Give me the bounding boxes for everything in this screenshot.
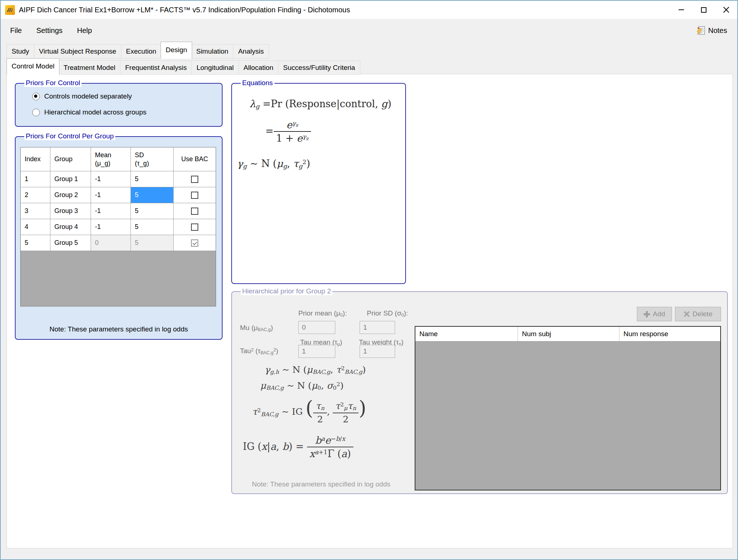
- tab-longitudinal[interactable]: Longitudinal: [192, 60, 239, 75]
- priors-per-group-groupbox: Priors For Control Per Group Index Group…: [15, 136, 223, 340]
- add-button-label: Add: [653, 310, 665, 318]
- delete-button-label: Delete: [693, 310, 713, 318]
- use-bac-checkbox[interactable]: [191, 176, 198, 183]
- plus-icon: [644, 311, 650, 317]
- title-bar: AIPF Dich Cancer Trial Ex1+Borrow +LM* -…: [1, 1, 737, 19]
- maximize-icon: [701, 7, 706, 13]
- maximize-button[interactable]: [692, 1, 715, 19]
- tab-analysis[interactable]: Analysis: [233, 44, 269, 59]
- tab-execution[interactable]: Execution: [121, 44, 161, 59]
- radio-hierarchical-model-across-groups[interactable]: [32, 109, 40, 116]
- menu-settings[interactable]: Settings: [31, 24, 67, 38]
- radio-label-controls-modeled-separately: Controls modeled separately: [44, 92, 132, 100]
- tau-weight-input[interactable]: 1: [360, 345, 395, 358]
- column-name[interactable]: Name: [415, 327, 518, 341]
- window-title: AIPF Dich Cancer Trial Ex1+Borrow +LM* -…: [19, 6, 350, 14]
- table-row: 4 Group 4 -1 5: [21, 219, 216, 235]
- minimize-button[interactable]: [670, 1, 692, 19]
- priors-per-group-label: Priors For Control Per Group: [24, 132, 115, 140]
- equation-gamma-normal: γg ∼ N (μg, τg2): [237, 158, 310, 170]
- close-button[interactable]: [715, 1, 737, 19]
- app-logo-icon: [5, 5, 15, 15]
- table-row: 1 Group 1 -1 5: [21, 171, 216, 187]
- tab-control-model[interactable]: Control Model: [7, 58, 59, 75]
- tab-design[interactable]: Design: [161, 42, 192, 59]
- hierarchical-prior-groupbox: Hierarchical prior for Group 2 Prior mea…: [231, 291, 728, 494]
- tab-simulation[interactable]: Simulation: [191, 44, 233, 59]
- tau-row-label: Tau2 (τBAC,g2): [240, 347, 278, 355]
- priors-for-control-label: Priors For Control: [24, 79, 82, 87]
- prior-mean-label: Prior mean (μ0):: [298, 309, 347, 318]
- x-icon: [684, 311, 690, 317]
- delete-button[interactable]: Delete: [675, 307, 721, 321]
- priors-table-header: Index Group Mean(μ_g) SD(τ_g) Use BAC: [21, 147, 216, 171]
- prior-mean-input[interactable]: 0: [298, 321, 335, 334]
- log-odds-note: Note: These parameters specified in log …: [16, 325, 222, 333]
- notes-icon: [696, 25, 706, 35]
- prior-sd-label: Prior SD (σ0):: [367, 309, 408, 318]
- use-bac-checkbox[interactable]: [191, 223, 198, 231]
- notes-button[interactable]: Notes: [696, 25, 727, 35]
- historical-data-table: Name Num subj Num response: [415, 326, 721, 490]
- app-window: AIPF Dich Cancer Trial Ex1+Borrow +LM* -…: [0, 0, 738, 560]
- priors-for-control-groupbox: Priors For Control Controls modeled sepa…: [15, 83, 223, 127]
- radio-controls-modeled-separately[interactable]: [32, 93, 40, 100]
- hierarchical-prior-label: Hierarchical prior for Group 2: [241, 287, 332, 295]
- column-num-subj[interactable]: Num subj: [518, 327, 619, 341]
- minimize-icon: [679, 9, 684, 10]
- historical-data-table-header: Name Num subj Num response: [415, 327, 720, 342]
- menu-help[interactable]: Help: [72, 24, 97, 38]
- use-bac-checkbox[interactable]: [191, 239, 198, 247]
- notes-label: Notes: [708, 26, 727, 35]
- tab-virtual-subject-response[interactable]: Virtual Subject Response: [34, 44, 121, 59]
- equation-logistic-fraction: =eγg1 + eγg: [265, 119, 311, 144]
- design-sub-tab-strip: Control Model Treatment Model Frequentis…: [7, 60, 360, 75]
- radio-label-hierarchical-model-across-groups: Hierarchical model across groups: [44, 108, 146, 116]
- column-num-response[interactable]: Num response: [619, 327, 720, 341]
- use-bac-checkbox[interactable]: [191, 192, 198, 199]
- table-row: 3 Group 3 -1 5: [21, 203, 216, 219]
- mu-row-label: Mu (μBAC,g): [240, 324, 273, 332]
- table-row: 5 Group 5 0 5: [21, 235, 216, 251]
- tab-allocation[interactable]: Allocation: [239, 60, 278, 75]
- use-bac-checkbox[interactable]: [191, 208, 198, 215]
- table-row: 2 Group 2 -1 5: [21, 187, 216, 203]
- priors-table: Index Group Mean(μ_g) SD(τ_g) Use BAC 1 …: [20, 147, 216, 306]
- add-button[interactable]: Add: [637, 307, 672, 321]
- tau-mean-input[interactable]: 1: [298, 345, 335, 358]
- hierarchical-log-odds-note: Note: These parameters specified in log …: [252, 480, 390, 488]
- equations-groupbox: Equations λg =Pr (Response|control, g) =…: [231, 83, 406, 284]
- tab-frequentist-analysis[interactable]: Frequentist Analysis: [120, 60, 192, 75]
- main-tab-strip: Study Virtual Subject Response Execution…: [7, 43, 269, 59]
- menu-file[interactable]: File: [5, 24, 27, 38]
- equations-label: Equations: [241, 79, 274, 87]
- close-icon: [723, 7, 730, 13]
- selected-cell[interactable]: 5: [131, 187, 174, 203]
- equation-lambda: λg =Pr (Response|control, g): [249, 98, 391, 110]
- menu-bar: File Settings Help Notes: [1, 19, 737, 42]
- tab-treatment-model[interactable]: Treatment Model: [59, 60, 120, 75]
- tab-study[interactable]: Study: [7, 44, 34, 59]
- prior-sd-input[interactable]: 1: [360, 321, 395, 334]
- tab-success-futility-criteria[interactable]: Success/Futility Criteria: [278, 60, 360, 75]
